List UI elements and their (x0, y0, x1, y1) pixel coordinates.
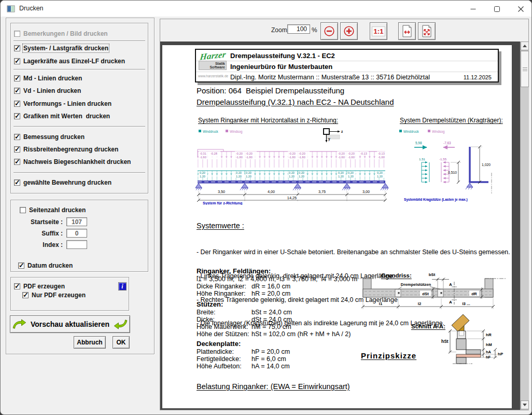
checkbox-label: Nachweis Biegeschlankheit drucken (23, 158, 131, 165)
scrollbar-thumb[interactable] (521, 51, 529, 87)
svg-text:-0,20: -0,20 (299, 152, 305, 155)
checkbox-system-lastgrafik[interactable]: System- / Lastgrafik drucken (14, 45, 108, 52)
preview-scrollbar[interactable] (520, 42, 529, 410)
checkbox-box (14, 113, 20, 119)
axis-y-label: y (328, 137, 330, 141)
ringanker-system-diagram: Winddruck Windsog z y (195, 127, 388, 205)
checkbox-bewehrung[interactable]: gewählte Bewehrung drucken (14, 179, 111, 186)
svg-text:3,75: 3,75 (318, 189, 326, 194)
l2-label: l2 (418, 301, 422, 306)
spec-label: Höhe der Stützen: (197, 330, 251, 338)
document-title: Drempelaussteifung (V.32.1) nach EC2 - N… (197, 98, 394, 106)
position-line: Position: 064 Beispiel Drempelaussteifun… (197, 86, 344, 95)
thumb-grip-icon (523, 67, 527, 71)
svg-text:1,20: 1,20 (299, 175, 304, 178)
fertigteildecke (456, 354, 481, 357)
suffix-input[interactable] (66, 229, 87, 238)
abbruch-button[interactable]: Abbruch (74, 336, 106, 349)
one-to-one-icon: 1:1 (372, 26, 386, 36)
vorschau-aktualisieren-button[interactable]: Vorschau aktualisieren (10, 315, 130, 333)
fit-width-button[interactable] (398, 22, 416, 40)
spec-row: Höhe Mauerwerk: hM = 75,0 cm (197, 323, 291, 330)
spec-label: Dicke: (197, 316, 251, 323)
checkbox-label: Nur PDF erzeugen (32, 292, 86, 299)
svg-text:-0,28: -0,28 (211, 152, 217, 155)
checkbox-label: Bemessung drucken (23, 133, 85, 141)
checkbox-label: Seitenzahl drucken (29, 206, 86, 214)
total-dimension: 14,25 (287, 196, 297, 200)
svg-text:1,20: 1,20 (289, 175, 295, 178)
checkbox-box (14, 31, 20, 37)
point-load-winddruck: 5,98 (415, 141, 422, 145)
checkbox-bemerkungen[interactable]: Bemerkungen / Bild drucken (14, 30, 108, 37)
pdf-info-button[interactable]: i (118, 282, 127, 290)
checkbox-nur-pdf[interactable]: Nur PDF erzeugen (22, 292, 86, 299)
sparren-rafter (452, 314, 469, 331)
startseite-input[interactable] (66, 217, 87, 226)
checkbox-seitenzahl[interactable]: Seitenzahl drucken (20, 206, 86, 214)
checkbox-datum[interactable]: Datum drucken (18, 262, 73, 269)
checkbox-label: Vd - Linien drucken (23, 87, 81, 94)
ok-button[interactable]: OK (113, 336, 130, 349)
spec-value: bSt = 24,0 cm (251, 309, 292, 316)
arrow-up-icon (523, 45, 527, 47)
support-icon (342, 184, 351, 190)
zoom-one-to-one-button[interactable]: 1:1 (370, 22, 387, 40)
separator (13, 69, 145, 70)
checkbox-nachweis-biegeschlankheit[interactable]: Nachweis Biegeschlankheit drucken (14, 158, 131, 165)
svg-text:-1,60: -1,60 (378, 156, 385, 159)
spec-row: Fertigteildecke: hF = 6,0 cm (197, 355, 286, 363)
minimize-button[interactable] (461, 1, 485, 17)
close-button[interactable] (509, 1, 532, 17)
checkbox-label: Rissbreitenbegrenzung drucken (23, 146, 118, 153)
zoom-out-icon (324, 25, 335, 37)
checkbox-verformung[interactable]: Verformungs - Linien drucken (14, 100, 111, 107)
checkbox-rissbreiten[interactable]: Rissbreitenbegrenzung drucken (14, 146, 118, 153)
spec-row: Höhe Ringanker: hR = 20,0 cm (197, 290, 290, 297)
checkbox-bemessung[interactable]: Bemessung drucken (14, 133, 85, 141)
spec-label: Höhe Ringanker: (197, 290, 251, 297)
svg-text:1,20: 1,20 (348, 175, 354, 178)
checkbox-lagerkraefte[interactable]: Lagerkräfte aus Einzel-LF drucken (14, 58, 125, 65)
maximize-button[interactable] (485, 1, 509, 17)
checkbox-pdf-erzeugen[interactable]: PDF erzeugen (14, 283, 65, 290)
hp-label: hP (498, 352, 503, 356)
spec-row: Dicke: dSt = 24,0 cm (197, 316, 292, 323)
checkbox-md-linien[interactable]: Md - Linien drucken (14, 75, 82, 82)
divider (196, 72, 498, 72)
systemwerte-heading: Systemwerte : (197, 222, 244, 230)
drempelstuetzen-label: Drempelstützen (401, 282, 431, 287)
svg-text:0,20: 0,20 (289, 171, 295, 174)
schnitt-diagram: hSt hR hM hA hF hP (404, 310, 508, 368)
zoom-input[interactable] (287, 24, 310, 34)
support-icon (195, 184, 202, 190)
zoom-in-button[interactable] (340, 22, 358, 40)
green-arrow-right-icon (12, 319, 26, 329)
aufbeton-slab (466, 350, 481, 354)
spec-row: Höhe Aufbeton: hA = 14,0 cm (197, 363, 290, 370)
svg-text:1,20: 1,20 (377, 175, 383, 178)
diagram2-footer: Systembild Kragstütze (Lasten je max.) (404, 198, 468, 202)
checkbox-vd-linien[interactable]: Vd - Linien drucken (14, 87, 81, 94)
hst-label: hSt (441, 339, 449, 344)
legend-windsog-label: Windsog (230, 130, 243, 134)
svg-text:0,20: 0,20 (236, 171, 242, 174)
scrollbar-down-button[interactable] (521, 400, 529, 409)
winddruck-ladder (422, 162, 429, 182)
fit-page-button[interactable] (418, 22, 436, 40)
checkbox-box (14, 134, 20, 140)
axis-icon: z y (324, 129, 343, 143)
window-title: Drucken (19, 5, 44, 12)
index-input[interactable] (66, 240, 87, 249)
scrollbar-up-button[interactable] (521, 42, 529, 50)
maximize-icon (494, 6, 500, 12)
dist-load-windsog: -1,55 (439, 157, 447, 161)
checkbox-grafiken-werte[interactable]: Grafiken mit Werten drucken (14, 113, 110, 120)
checkbox-box (14, 75, 20, 81)
logo-subtitle: Statik Software (199, 61, 227, 70)
zoom-out-button[interactable] (320, 22, 338, 40)
checkbox-label: PDF erzeugen (23, 283, 65, 290)
section-mark-a-top: A (449, 282, 452, 287)
dr-label: dR (471, 292, 477, 296)
svg-text:3,00: 3,00 (362, 189, 370, 194)
